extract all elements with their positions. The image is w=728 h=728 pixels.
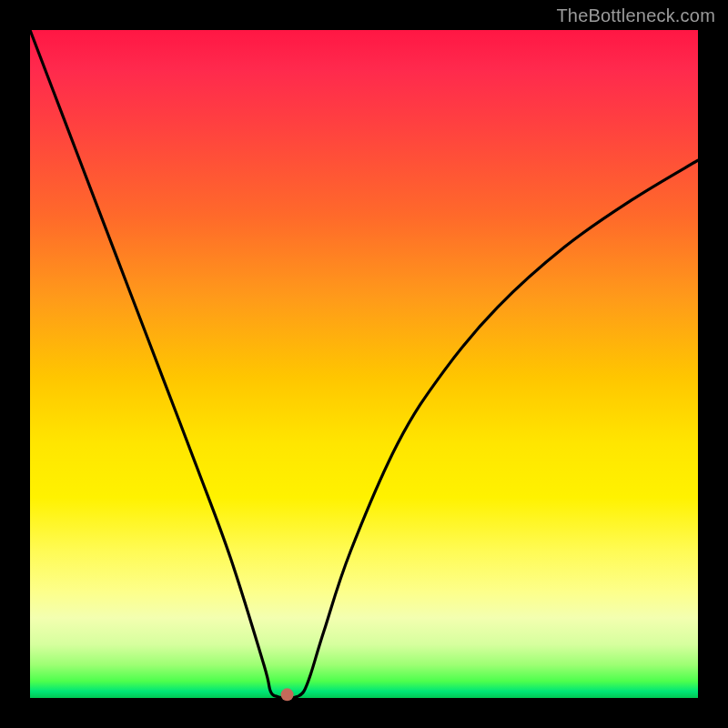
- chart-svg: [30, 30, 698, 698]
- optimal-point-marker: [281, 688, 294, 701]
- plot-area: [30, 30, 698, 698]
- bottleneck-curve: [30, 30, 698, 698]
- chart-frame: TheBottleneck.com: [0, 0, 728, 728]
- watermark-text: TheBottleneck.com: [556, 5, 715, 26]
